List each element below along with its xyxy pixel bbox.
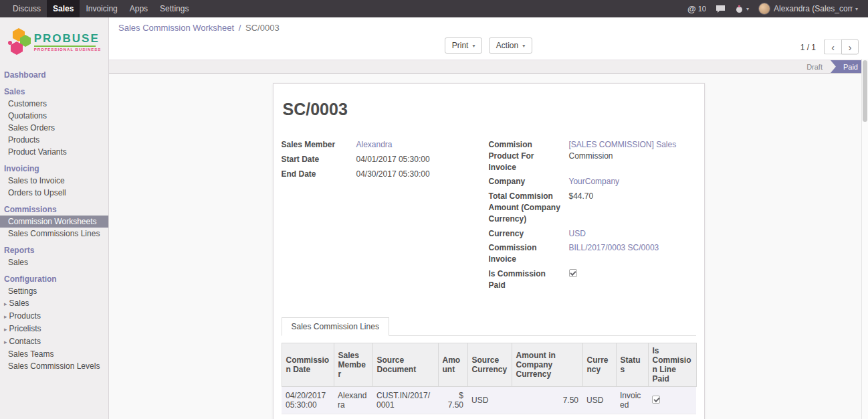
sidebar-section-reports: Reports Sales: [0, 243, 108, 268]
sidebar-item-sales-teams[interactable]: Sales Teams: [0, 348, 108, 360]
commission-lines-table: Commission Date Sales Member Source Docu…: [282, 343, 697, 419]
commission-line-row[interactable]: 04/20/2017 05:30:00 Alexandra CUST.IN/20…: [282, 386, 696, 414]
sidebar-item-settings[interactable]: Settings: [0, 285, 108, 297]
breadcrumb: Sales Commission Worksheet / SC/0003: [109, 17, 868, 34]
commission-invoice-link[interactable]: BILL/2017/0003 SC/0003: [569, 243, 659, 252]
cell-line-paid: [648, 414, 696, 419]
field-value: USD: [569, 228, 696, 240]
field-label: Company: [489, 176, 569, 187]
menu-sales[interactable]: Sales: [47, 0, 80, 17]
cell-source-document: INV/2017/0004-SO008: [372, 414, 438, 419]
sidebar-item-configuration[interactable]: Configuration: [0, 272, 108, 285]
sidebar-item-customers[interactable]: Customers: [0, 98, 108, 110]
pager-next-button[interactable]: ›: [841, 39, 859, 55]
sidebar-item-commissions[interactable]: Commissions: [0, 202, 108, 216]
cell-source-currency: USD: [467, 414, 512, 419]
app-logo[interactable]: PROBUSE PROFESSIONAL BUSINESS: [0, 17, 108, 68]
user-menu[interactable]: Alexandra (Sales_comm... ▾: [754, 0, 863, 17]
column-header-sales-member[interactable]: Sales Member: [334, 343, 372, 386]
field-value: 04/01/2017 05:30:00: [356, 154, 489, 165]
breadcrumb-current: SC/0003: [245, 23, 280, 33]
sidebar-item-label: Sales: [9, 299, 29, 308]
activities-icon: @: [687, 4, 696, 14]
sidebar-item-reports-sales[interactable]: Sales: [0, 256, 108, 268]
column-header-status[interactable]: Status: [616, 343, 648, 386]
cell-status: Invoiced: [616, 386, 648, 414]
vertical-scrollbar[interactable]: [861, 59, 868, 419]
pager-previous-button[interactable]: ‹: [824, 39, 841, 55]
tab-strip: Sales Commission Lines: [282, 317, 696, 336]
user-name: Alexandra (Sales_comm...: [774, 4, 853, 13]
field-label: Commission Invoice: [489, 242, 569, 265]
sidebar-item-sales-to-invoice[interactable]: Sales to Invoice: [0, 175, 108, 187]
logo-name: PROBUSE: [34, 33, 100, 45]
column-header-company-amount[interactable]: Amount in Company Currency: [512, 343, 582, 386]
scrollbar-thumb[interactable]: [863, 60, 867, 122]
debug-menu-button[interactable]: ▾: [730, 0, 754, 17]
cell-company-amount: 7.50: [512, 386, 582, 414]
activity-count: 10: [698, 5, 706, 13]
column-header-amount[interactable]: Amount: [438, 343, 467, 386]
field-label: Start Date: [282, 154, 356, 165]
menu-discuss[interactable]: Discuss: [7, 0, 47, 17]
field-is-commission-paid: Is Commission Paid: [489, 268, 696, 291]
field-value: 04/30/2017 05:30:00: [356, 169, 489, 180]
menu-apps[interactable]: Apps: [124, 0, 154, 17]
sidebar-item-commission-worksheets[interactable]: Commission Worksheets: [0, 216, 108, 228]
column-header-source-document[interactable]: Source Document: [372, 343, 438, 386]
sidebar-item-orders-to-upsell[interactable]: Orders to Upsell: [0, 187, 108, 199]
record-title: SC/0003: [282, 100, 696, 119]
sidebar-item-sales-orders[interactable]: Sales Orders: [0, 122, 108, 134]
action-button[interactable]: Action ▾: [489, 37, 532, 54]
field-label: Total Commision Amount (Company Currency…: [489, 191, 569, 224]
cell-commission-date: 04/20/2017 05:30:00: [282, 414, 334, 419]
commission-product-link[interactable]: [SALES COMMISSION] Sales: [569, 140, 677, 149]
sidebar-item-product-variants[interactable]: Product Variants: [0, 146, 108, 158]
sidebar-item-contacts[interactable]: ▸Contacts: [0, 335, 108, 348]
form-view: SC/0003 Sales Member Alexandra Start Dat…: [109, 74, 868, 419]
cell-commission-date: 04/20/2017 05:30:00: [282, 386, 334, 414]
sidebar-item-config-sales[interactable]: ▸Sales: [0, 297, 108, 310]
column-header-currency[interactable]: Currency: [582, 343, 616, 386]
commission-line-row[interactable]: 04/20/2017 05:30:00 Alexandra INV/2017/0…: [282, 414, 696, 419]
activities-button[interactable]: @ 10: [683, 0, 711, 17]
top-navbar: Discuss Sales Invoicing Apps Settings @ …: [0, 0, 868, 17]
field-value: Alexandra: [356, 139, 489, 151]
tab-sales-commission-lines[interactable]: Sales Commission Lines: [282, 317, 389, 336]
logo-text: PROBUSE PROFESSIONAL BUSINESS: [34, 33, 102, 52]
control-panel: Sales Commission Worksheet / SC/0003 Pri…: [109, 17, 868, 60]
sidebar-item-sales-commission-levels[interactable]: Sales Commission Levels: [0, 360, 108, 372]
expand-caret-icon: ▸: [4, 313, 7, 320]
column-header-commission-date[interactable]: Commission Date: [282, 343, 334, 386]
cell-line-paid: [648, 386, 696, 414]
cell-source-currency: USD: [467, 386, 512, 414]
sidebar-section-configuration: Configuration Settings ▸Sales ▸Products …: [0, 272, 108, 372]
sidebar-item-config-products[interactable]: ▸Products: [0, 310, 108, 323]
menu-settings[interactable]: Settings: [154, 0, 195, 17]
messages-button[interactable]: [711, 0, 730, 17]
toolbar-buttons: Print ▾ Action ▾: [445, 37, 532, 54]
sidebar-item-reports[interactable]: Reports: [0, 243, 108, 256]
field-label: Sales Member: [282, 139, 356, 151]
sidebar-item-sales[interactable]: Sales: [0, 84, 108, 98]
sidebar-item-quotations[interactable]: Quotations: [0, 110, 108, 122]
sidebar-section-dashboard: Dashboard: [0, 68, 108, 81]
column-header-source-currency[interactable]: Source Currency: [467, 343, 512, 386]
field-label: Currency: [489, 228, 569, 240]
sidebar-item-sales-commissions-lines[interactable]: Sales Commissions Lines: [0, 228, 108, 240]
status-draft[interactable]: Draft: [798, 60, 831, 73]
sidebar-item-dashboard[interactable]: Dashboard: [0, 68, 108, 81]
sales-member-link[interactable]: Alexandra: [356, 140, 393, 149]
currency-link[interactable]: USD: [569, 229, 586, 238]
sidebar-item-products[interactable]: Products: [0, 134, 108, 146]
sidebar-item-label: Pricelists: [9, 324, 41, 333]
column-header-line-paid[interactable]: Is Commision Line Paid: [648, 343, 696, 386]
breadcrumb-parent[interactable]: Sales Commission Worksheet: [118, 23, 234, 33]
sidebar-item-invoicing[interactable]: Invoicing: [0, 161, 108, 175]
print-button[interactable]: Print ▾: [445, 37, 483, 54]
field-label: End Date: [282, 169, 356, 180]
company-link[interactable]: YourCompany: [569, 177, 620, 186]
menu-invoicing[interactable]: Invoicing: [80, 0, 123, 17]
chevron-down-icon: ▾: [746, 6, 749, 12]
sidebar-item-pricelists[interactable]: ▸Pricelists: [0, 323, 108, 335]
